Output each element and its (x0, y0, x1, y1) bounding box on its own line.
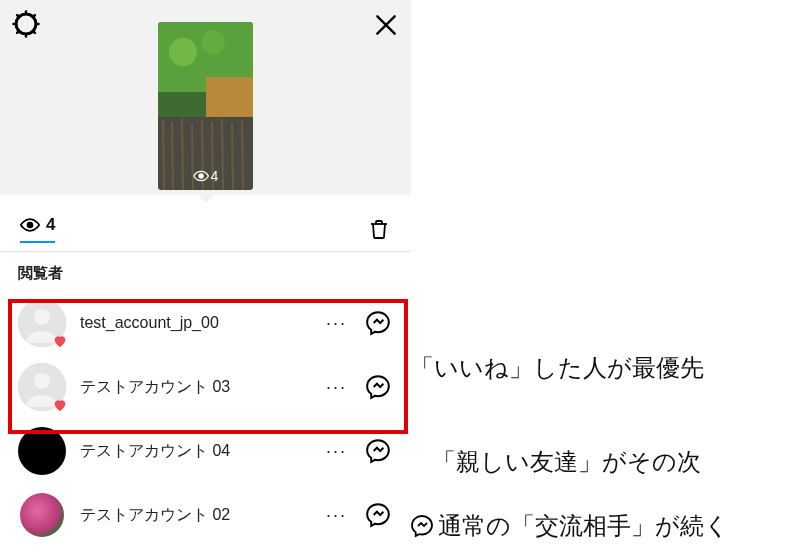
heart-icon (52, 333, 68, 349)
more-icon[interactable]: ··· (326, 441, 347, 462)
viewer-row: test_account_jp_00 ··· (0, 291, 411, 355)
svg-line-8 (33, 15, 35, 17)
more-icon[interactable]: ··· (326, 377, 347, 398)
view-count-value: 4 (46, 215, 55, 235)
annotation-regular: 通常の「交流相手」が続く (410, 510, 729, 544)
messenger-icon[interactable] (365, 310, 391, 336)
story-thumbnail[interactable]: 4 (158, 22, 253, 190)
username[interactable]: テストアカウント 03 (80, 377, 312, 398)
svg-point-29 (34, 309, 50, 325)
svg-line-23 (242, 121, 243, 190)
messenger-icon[interactable] (365, 438, 391, 464)
annotation-liked-priority: 「いいね」した人が最優先 (410, 352, 704, 384)
avatar[interactable] (18, 299, 66, 347)
username[interactable]: test_account_jp_00 (80, 314, 312, 332)
svg-line-5 (17, 15, 19, 17)
messenger-icon[interactable] (365, 502, 391, 528)
svg-point-24 (169, 38, 197, 66)
avatar[interactable] (18, 491, 66, 539)
avatar[interactable] (18, 363, 66, 411)
story-view-count-overlay: 4 (193, 168, 219, 184)
avatar[interactable] (18, 427, 66, 475)
annotation-close-friends: 「親しい友達」がその次 (432, 446, 701, 478)
svg-line-6 (33, 31, 35, 33)
story-viewers-panel: 4 4 閲覧者 test_acco (0, 0, 411, 560)
viewers-heading: 閲覧者 (0, 252, 411, 291)
username[interactable]: テストアカウント 04 (80, 441, 312, 462)
gear-icon[interactable] (12, 10, 40, 38)
svg-line-16 (172, 122, 173, 190)
svg-point-27 (28, 223, 33, 228)
trash-icon[interactable] (367, 217, 391, 241)
view-count-tab[interactable]: 4 (20, 215, 55, 243)
close-icon[interactable] (373, 12, 399, 38)
heart-icon (52, 397, 68, 413)
svg-line-22 (232, 123, 233, 190)
messenger-icon[interactable] (365, 374, 391, 400)
more-icon[interactable]: ··· (326, 313, 347, 334)
username[interactable]: テストアカウント 02 (80, 505, 312, 526)
viewer-row: テストアカウント 02 ··· (0, 483, 411, 547)
viewer-row: テストアカウント 04 ··· (0, 419, 411, 483)
messenger-icon (410, 514, 434, 544)
svg-line-15 (163, 120, 164, 190)
svg-point-25 (201, 30, 225, 54)
viewer-row: テストアカウント 03 ··· (0, 355, 411, 419)
story-header-area: 4 (0, 0, 411, 195)
svg-line-21 (222, 119, 223, 190)
stats-row: 4 (0, 195, 411, 251)
svg-line-7 (17, 31, 19, 33)
svg-line-17 (182, 118, 183, 190)
svg-point-31 (34, 373, 50, 389)
more-icon[interactable]: ··· (326, 505, 347, 526)
svg-point-26 (199, 174, 203, 178)
